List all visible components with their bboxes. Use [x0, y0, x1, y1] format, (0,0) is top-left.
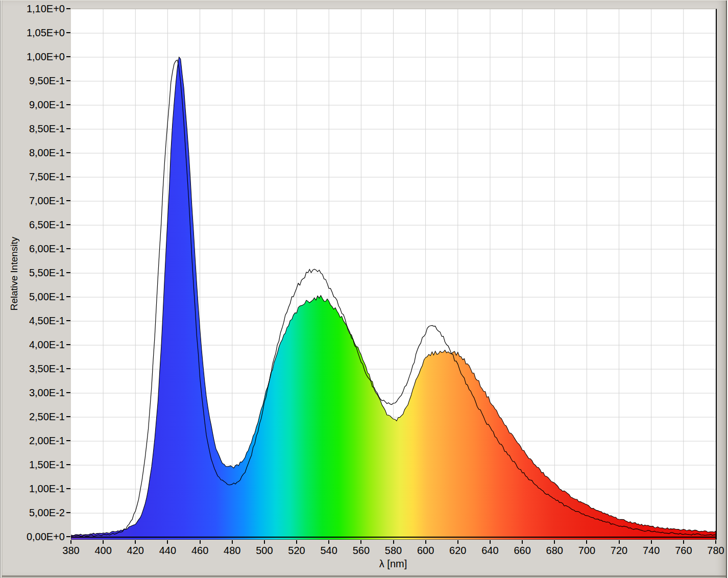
x-tick-label: 380: [55, 544, 87, 557]
y-tick-label: 3,00E-1: [0, 387, 65, 399]
y-tick-label: 7,50E-1: [0, 171, 65, 183]
x-tick-label: 560: [345, 544, 377, 557]
y-tick-mark: [66, 152, 70, 153]
y-tick-mark: [66, 488, 70, 489]
y-tick-mark: [66, 440, 70, 441]
x-tick-label: 720: [603, 544, 636, 557]
y-tick-mark: [66, 392, 70, 393]
y-tick-label: 4,00E-1: [0, 339, 65, 351]
x-tick-mark: [296, 540, 297, 544]
x-tick-label: 640: [474, 544, 506, 557]
y-tick-mark: [66, 464, 70, 465]
x-tick-mark: [554, 540, 555, 544]
y-tick-label: 8,50E-1: [0, 123, 65, 135]
x-tick-label: 620: [442, 544, 474, 557]
x-tick-mark: [328, 540, 329, 544]
plot-area: [71, 9, 717, 540]
x-tick-label: 400: [87, 544, 119, 557]
x-tick-label: 480: [216, 544, 249, 557]
x-tick-mark: [490, 540, 491, 544]
y-tick-label: 3,50E-1: [0, 363, 65, 375]
y-tick-label: 1,00E-1: [0, 483, 65, 495]
y-tick-mark: [66, 248, 70, 249]
x-tick-mark: [522, 540, 523, 544]
y-tick-mark: [66, 176, 70, 177]
x-tick-mark: [70, 540, 71, 544]
y-tick-label: 0,00E+0: [0, 531, 65, 543]
y-tick-label: 6,00E-1: [0, 243, 65, 255]
y-tick-mark: [66, 296, 70, 297]
x-tick-label: 700: [570, 544, 603, 557]
y-tick-mark: [66, 32, 70, 33]
y-tick-label: 5,00E-2: [0, 507, 65, 519]
y-tick-label: 5,50E-1: [0, 267, 65, 279]
y-tick-mark: [66, 224, 70, 225]
y-tick-label: 2,50E-1: [0, 411, 65, 423]
y-tick-label: 7,00E-1: [0, 195, 65, 207]
x-tick-mark: [457, 540, 458, 544]
x-tick-mark: [264, 540, 265, 544]
x-tick-mark: [683, 540, 684, 544]
y-tick-mark: [66, 80, 70, 81]
x-tick-mark: [232, 540, 233, 544]
x-tick-label: 540: [312, 544, 345, 557]
x-tick-label: 780: [699, 544, 728, 557]
x-tick-mark: [619, 540, 620, 544]
x-tick-label: 460: [184, 544, 216, 557]
y-tick-mark: [66, 104, 70, 105]
x-tick-mark: [200, 540, 201, 544]
x-tick-label: 500: [248, 544, 281, 557]
chart-window: Relative Intensity 1,10E+01,05E+01,00E+0…: [0, 0, 728, 578]
x-tick-mark: [135, 540, 136, 544]
y-tick-mark: [66, 56, 70, 57]
x-tick-mark: [103, 540, 104, 544]
x-tick-mark: [167, 540, 168, 544]
y-tick-mark: [66, 272, 70, 273]
y-tick-label: 9,00E-1: [0, 99, 65, 111]
x-tick-mark: [715, 540, 716, 544]
y-tick-label: 6,50E-1: [0, 219, 65, 231]
y-tick-mark: [66, 128, 70, 129]
x-tick-label: 740: [635, 544, 668, 557]
y-tick-mark: [66, 416, 70, 417]
y-tick-mark: [66, 536, 70, 537]
y-tick-mark: [66, 8, 70, 9]
y-tick-mark: [66, 512, 70, 513]
x-tick-label: 520: [280, 544, 313, 557]
x-tick-mark: [651, 540, 652, 544]
x-tick-mark: [393, 540, 394, 544]
y-tick-label: 9,50E-1: [0, 75, 65, 87]
x-tick-label: 760: [667, 544, 700, 557]
x-tick-label: 600: [409, 544, 442, 557]
y-tick-label: 1,50E-1: [0, 459, 65, 471]
y-tick-mark: [66, 368, 70, 369]
y-tick-label: 2,00E-1: [0, 435, 65, 447]
x-tick-mark: [425, 540, 426, 544]
y-tick-mark: [66, 200, 70, 201]
y-tick-mark: [66, 344, 70, 345]
y-tick-label: 8,00E-1: [0, 147, 65, 159]
y-tick-label: 4,50E-1: [0, 315, 65, 327]
y-tick-label: 5,00E-1: [0, 291, 65, 303]
x-tick-mark: [360, 540, 361, 544]
x-tick-label: 420: [119, 544, 152, 557]
spectrum-chart: [71, 9, 716, 540]
y-tick-mark: [66, 320, 70, 321]
x-tick-mark: [586, 540, 587, 544]
y-tick-label: 1,00E+0: [0, 51, 65, 63]
x-tick-label: 580: [377, 544, 410, 557]
y-tick-label: 1,10E+0: [0, 3, 65, 15]
x-axis-title: λ [nm]: [332, 558, 454, 570]
x-tick-label: 680: [538, 544, 571, 557]
y-tick-label: 1,05E+0: [0, 27, 65, 39]
x-tick-label: 660: [506, 544, 539, 557]
x-tick-label: 440: [151, 544, 184, 557]
